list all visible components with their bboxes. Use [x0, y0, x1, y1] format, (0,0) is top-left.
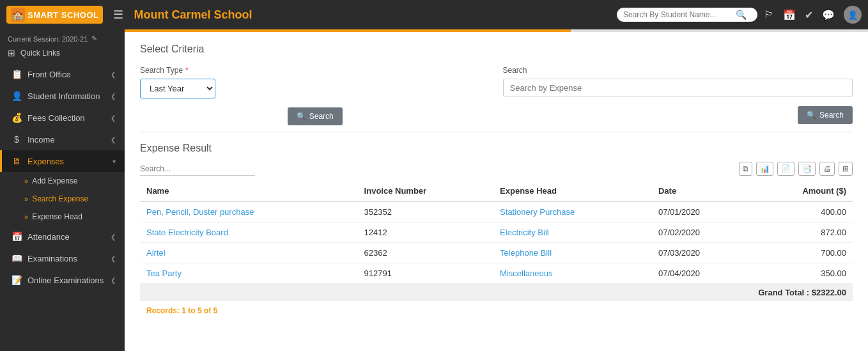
student-information-icon: 👤	[11, 91, 22, 101]
examinations-icon: 📖	[11, 253, 22, 263]
sidebar-label-student-information: Student Information	[27, 91, 105, 101]
edit-session-icon[interactable]: ✎	[91, 35, 97, 43]
flag-icon[interactable]: 🏳	[764, 9, 774, 20]
avatar[interactable]: 👤	[844, 6, 862, 24]
online-examinations-icon: 📝	[11, 275, 22, 285]
front-office-arrow: ❮	[111, 71, 116, 78]
sidebar-sublabel-expense-head: Expense Head	[32, 212, 82, 221]
attendance-arrow: ❮	[111, 233, 116, 240]
col-header-name: Name	[140, 181, 358, 201]
sidebar-item-attendance[interactable]: 📅 Attendance ❮	[0, 226, 125, 247]
sidebar-item-income[interactable]: $ Income ❮	[0, 129, 125, 150]
search-label: Search	[503, 66, 527, 75]
records-info: Records: 1 to 5 of 5	[140, 301, 853, 316]
global-search-bar: 🔍	[617, 8, 757, 22]
logo-icon: 🏫	[11, 8, 25, 22]
table-body: Pen, Pencil, Duster purchase 352352 Stat…	[140, 201, 853, 284]
cell-amount: 700.00	[750, 243, 853, 263]
global-search-icon[interactable]: 🔍	[736, 10, 747, 20]
right-search-btn-row: 🔍 Search	[503, 106, 853, 124]
table-row: Airtel 62362 Telephone Bill 07/03/2020 7…	[140, 243, 853, 263]
cell-head[interactable]: Electricity Bill	[493, 222, 652, 243]
calendar-icon[interactable]: 📅	[783, 9, 796, 21]
cell-amount: 400.00	[750, 201, 853, 222]
cell-name[interactable]: State Electricity Board	[140, 222, 358, 243]
sidebar-item-online-examinations[interactable]: 📝 Online Examinations ❮	[0, 269, 125, 291]
fees-collection-icon: 💰	[11, 113, 22, 123]
online-examinations-arrow: ❮	[111, 277, 116, 284]
sidebar-item-front-office[interactable]: 📋 Front Office ❮	[0, 63, 125, 85]
quick-links[interactable]: ⊞ Quick Links	[0, 45, 125, 63]
hamburger-icon[interactable]: ☰	[109, 8, 127, 22]
cell-date: 07/03/2020	[652, 243, 750, 263]
sidebar-sublabel-search-expense: Search Expense	[32, 194, 88, 203]
col-header-date: Date	[652, 181, 750, 201]
pdf-btn[interactable]: 📑	[798, 162, 816, 176]
criteria-section-title: Select Criteria	[140, 43, 853, 55]
criteria-grid: Search Type * Last Year This Year Custom…	[140, 65, 853, 125]
sidebar-label-income: Income	[27, 135, 105, 144]
quick-links-label: Quick Links	[20, 49, 60, 58]
search-type-select[interactable]: Last Year This Year Custom Date	[140, 79, 215, 98]
sidebar-label-examinations: Examinations	[27, 254, 105, 263]
table-actions: ⧉ 📊 📄 📑 🖨 ⊞	[739, 162, 853, 176]
sidebar-label-fees-collection: Fees Collection	[27, 113, 105, 123]
search-button-left[interactable]: 🔍 Search	[288, 107, 343, 125]
sidebar-subitem-add-expense[interactable]: » Add Expense	[18, 172, 125, 190]
divider	[140, 132, 853, 132]
session-info: Current Session: 2020-21 ✎	[0, 29, 125, 45]
cell-amount: 350.00	[750, 263, 853, 284]
col-header-head: Expense Head	[493, 181, 652, 201]
grand-total-row: Grand Total : $2322.00	[140, 284, 853, 302]
required-marker: *	[183, 65, 189, 75]
cell-head[interactable]: Telephone Bill	[493, 243, 652, 263]
col-header-amount: Amount ($)	[750, 181, 853, 201]
table-search-input[interactable]	[140, 162, 255, 176]
copy-btn[interactable]: ⧉	[739, 162, 752, 176]
sidebar-item-expenses[interactable]: 🖥 Expenses ▾	[0, 150, 125, 172]
print-btn[interactable]: 🖨	[819, 162, 835, 176]
cell-date: 07/02/2020	[652, 222, 750, 243]
school-title: Mount Carmel School	[134, 8, 610, 22]
cell-head[interactable]: Stationery Purchase	[493, 201, 652, 222]
sidebar-subitem-expense-head[interactable]: » Expense Head	[18, 208, 125, 226]
expenses-table: Name Invoice Number Expense Head Date Am…	[140, 181, 853, 301]
global-search-input[interactable]	[623, 10, 732, 19]
columns-btn[interactable]: ⊞	[839, 162, 853, 176]
sidebar-label-expenses: Expenses	[27, 157, 107, 166]
search-col: Search 🔍 Search	[503, 65, 853, 125]
cell-amount: 872.00	[750, 222, 853, 243]
logo[interactable]: 🏫 SMART SCHOOL	[6, 6, 103, 24]
cell-invoice: 12412	[358, 222, 494, 243]
cell-head[interactable]: Miscellaneous	[493, 263, 652, 284]
search-expense-input[interactable]	[503, 79, 853, 97]
sidebar-subitem-search-expense[interactable]: » Search Expense	[18, 190, 125, 208]
grid-icon: ⊞	[8, 48, 15, 58]
cell-name[interactable]: Airtel	[140, 243, 358, 263]
search-type-label: Search Type	[140, 66, 183, 75]
add-expense-arrow-icon: »	[24, 177, 28, 185]
search-btn-label-left: Search	[309, 112, 334, 121]
search-button-right[interactable]: 🔍 Search	[798, 106, 853, 124]
sidebar-item-examinations[interactable]: 📖 Examinations ❮	[0, 247, 125, 269]
table-row: State Electricity Board 12412 Electricit…	[140, 222, 853, 243]
sidebar-label-front-office: Front Office	[27, 70, 105, 79]
cell-invoice: 912791	[358, 263, 494, 284]
excel-btn[interactable]: 📊	[756, 162, 773, 176]
topnav: 🏫 SMART SCHOOL ☰ Mount Carmel School 🔍 🏳…	[0, 0, 868, 29]
csv-btn[interactable]: 📄	[777, 162, 794, 176]
income-arrow: ❮	[111, 136, 116, 143]
expenses-icon: 🖥	[11, 156, 22, 166]
sidebar-item-fees-collection[interactable]: 💰 Fees Collection ❮	[0, 107, 125, 129]
task-icon[interactable]: ✔	[805, 9, 813, 21]
sidebar-item-student-information[interactable]: 👤 Student Information ❮	[0, 85, 125, 107]
cell-name[interactable]: Pen, Pencil, Duster purchase	[140, 201, 358, 222]
whatsapp-icon[interactable]: 💬	[822, 9, 835, 21]
fees-collection-arrow: ❮	[111, 114, 116, 121]
cell-invoice: 352352	[358, 201, 494, 222]
cell-name[interactable]: Tea Party	[140, 263, 358, 284]
table-header-row: Name Invoice Number Expense Head Date Am…	[140, 181, 853, 201]
search-type-col: Search Type * Last Year This Year Custom…	[140, 65, 490, 125]
examinations-arrow: ❮	[111, 255, 116, 262]
expenses-submenu: » Add Expense » Search Expense » Expense…	[0, 172, 125, 226]
